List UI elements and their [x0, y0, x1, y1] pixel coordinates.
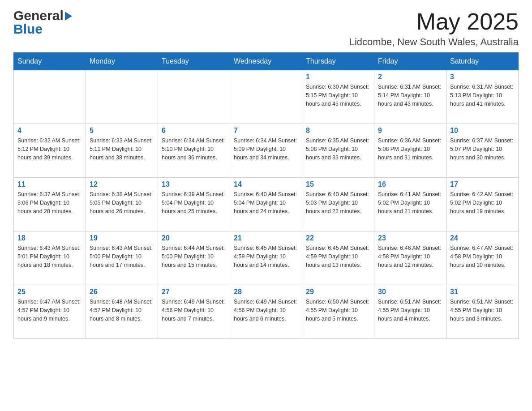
day-number: 13: [162, 180, 226, 188]
day-info: Sunrise: 6:41 AM Sunset: 5:02 PM Dayligh…: [378, 190, 442, 215]
calendar-cell: 18Sunrise: 6:43 AM Sunset: 5:01 PM Dayli…: [14, 231, 86, 285]
day-info: Sunrise: 6:42 AM Sunset: 5:02 PM Dayligh…: [450, 190, 515, 215]
day-number: 20: [162, 234, 226, 242]
calendar-cell: 8Sunrise: 6:35 AM Sunset: 5:08 PM Daylig…: [302, 124, 374, 178]
calendar-cell: 25Sunrise: 6:47 AM Sunset: 4:57 PM Dayli…: [14, 285, 86, 339]
day-info: Sunrise: 6:34 AM Sunset: 5:09 PM Dayligh…: [234, 137, 298, 162]
day-info: Sunrise: 6:50 AM Sunset: 4:55 PM Dayligh…: [306, 298, 370, 323]
day-info: Sunrise: 6:36 AM Sunset: 5:08 PM Dayligh…: [378, 137, 442, 162]
day-info: Sunrise: 6:33 AM Sunset: 5:11 PM Dayligh…: [90, 137, 154, 162]
day-number: 3: [450, 73, 515, 81]
calendar-weekday-header: Friday: [374, 53, 446, 70]
calendar-cell: 16Sunrise: 6:41 AM Sunset: 5:02 PM Dayli…: [374, 178, 446, 231]
day-number: 19: [90, 234, 154, 242]
calendar-week-row: 11Sunrise: 6:37 AM Sunset: 5:06 PM Dayli…: [14, 178, 519, 231]
calendar-weekday-header: Monday: [86, 53, 158, 70]
day-number: 25: [17, 288, 82, 296]
calendar-header-row: SundayMondayTuesdayWednesdayThursdayFrid…: [14, 53, 519, 70]
logo-blue-text: Blue: [13, 21, 43, 36]
day-info: Sunrise: 6:51 AM Sunset: 4:55 PM Dayligh…: [450, 298, 515, 323]
calendar-cell: 31Sunrise: 6:51 AM Sunset: 4:55 PM Dayli…: [446, 285, 519, 339]
logo-general-text: General: [13, 9, 64, 22]
calendar-cell: 21Sunrise: 6:45 AM Sunset: 4:59 PM Dayli…: [230, 231, 302, 285]
day-number: 28: [234, 288, 298, 296]
calendar-cell: 2Sunrise: 6:31 AM Sunset: 5:14 PM Daylig…: [374, 70, 446, 124]
calendar-cell: 7Sunrise: 6:34 AM Sunset: 5:09 PM Daylig…: [230, 124, 302, 178]
location-title: Lidcombe, New South Wales, Australia: [349, 36, 519, 48]
day-info: Sunrise: 6:40 AM Sunset: 5:03 PM Dayligh…: [306, 190, 370, 215]
day-number: 29: [306, 288, 370, 296]
day-number: 31: [450, 288, 515, 296]
day-info: Sunrise: 6:47 AM Sunset: 4:58 PM Dayligh…: [450, 244, 515, 269]
calendar-cell: 3Sunrise: 6:31 AM Sunset: 5:13 PM Daylig…: [446, 70, 519, 124]
day-number: 12: [90, 180, 154, 188]
title-area: May 2025 Lidcombe, New South Wales, Aust…: [349, 9, 519, 48]
day-number: 2: [378, 73, 442, 81]
day-number: 24: [450, 234, 515, 242]
calendar-weekday-header: Thursday: [302, 53, 374, 70]
day-number: 9: [378, 127, 442, 135]
calendar-weekday-header: Saturday: [446, 53, 519, 70]
day-info: Sunrise: 6:30 AM Sunset: 5:15 PM Dayligh…: [306, 83, 370, 108]
calendar-cell: 20Sunrise: 6:44 AM Sunset: 5:00 PM Dayli…: [158, 231, 230, 285]
day-info: Sunrise: 6:45 AM Sunset: 4:59 PM Dayligh…: [306, 244, 370, 269]
day-number: 17: [450, 180, 515, 188]
day-info: Sunrise: 6:37 AM Sunset: 5:07 PM Dayligh…: [450, 137, 515, 162]
calendar-cell: 14Sunrise: 6:40 AM Sunset: 5:04 PM Dayli…: [230, 178, 302, 231]
calendar-cell: 28Sunrise: 6:49 AM Sunset: 4:56 PM Dayli…: [230, 285, 302, 339]
calendar-weekday-header: Sunday: [14, 53, 86, 70]
calendar-cell: [158, 70, 230, 124]
calendar-week-row: 25Sunrise: 6:47 AM Sunset: 4:57 PM Dayli…: [14, 285, 519, 339]
day-number: 1: [306, 73, 370, 81]
day-info: Sunrise: 6:43 AM Sunset: 5:01 PM Dayligh…: [17, 244, 82, 269]
calendar-cell: 15Sunrise: 6:40 AM Sunset: 5:03 PM Dayli…: [302, 178, 374, 231]
day-info: Sunrise: 6:43 AM Sunset: 5:00 PM Dayligh…: [90, 244, 154, 269]
calendar-cell: 10Sunrise: 6:37 AM Sunset: 5:07 PM Dayli…: [446, 124, 519, 178]
day-number: 26: [90, 288, 154, 296]
month-title: May 2025: [349, 9, 519, 34]
calendar-cell: [230, 70, 302, 124]
day-number: 16: [378, 180, 442, 188]
day-info: Sunrise: 6:31 AM Sunset: 5:14 PM Dayligh…: [378, 83, 442, 108]
day-number: 10: [450, 127, 515, 135]
calendar-cell: [86, 70, 158, 124]
calendar-cell: 12Sunrise: 6:38 AM Sunset: 5:05 PM Dayli…: [86, 178, 158, 231]
day-info: Sunrise: 6:40 AM Sunset: 5:04 PM Dayligh…: [234, 190, 298, 215]
day-info: Sunrise: 6:34 AM Sunset: 5:10 PM Dayligh…: [162, 137, 226, 162]
page-header: General Blue May 2025 Lidcombe, New Sout…: [13, 9, 519, 48]
calendar-cell: [14, 70, 86, 124]
day-number: 5: [90, 127, 154, 135]
day-number: 18: [17, 234, 82, 242]
calendar-cell: 1Sunrise: 6:30 AM Sunset: 5:15 PM Daylig…: [302, 70, 374, 124]
calendar-cell: 9Sunrise: 6:36 AM Sunset: 5:08 PM Daylig…: [374, 124, 446, 178]
day-number: 22: [306, 234, 370, 242]
day-number: 23: [378, 234, 442, 242]
day-number: 6: [162, 127, 226, 135]
calendar-week-row: 4Sunrise: 6:32 AM Sunset: 5:12 PM Daylig…: [14, 124, 519, 178]
day-info: Sunrise: 6:47 AM Sunset: 4:57 PM Dayligh…: [17, 298, 82, 323]
day-info: Sunrise: 6:46 AM Sunset: 4:58 PM Dayligh…: [378, 244, 442, 269]
day-number: 7: [234, 127, 298, 135]
calendar-cell: 27Sunrise: 6:49 AM Sunset: 4:56 PM Dayli…: [158, 285, 230, 339]
calendar-cell: 26Sunrise: 6:48 AM Sunset: 4:57 PM Dayli…: [86, 285, 158, 339]
calendar-cell: 6Sunrise: 6:34 AM Sunset: 5:10 PM Daylig…: [158, 124, 230, 178]
day-info: Sunrise: 6:35 AM Sunset: 5:08 PM Dayligh…: [306, 137, 370, 162]
calendar-cell: 22Sunrise: 6:45 AM Sunset: 4:59 PM Dayli…: [302, 231, 374, 285]
day-number: 30: [378, 288, 442, 296]
calendar-cell: 17Sunrise: 6:42 AM Sunset: 5:02 PM Dayli…: [446, 178, 519, 231]
calendar-cell: 30Sunrise: 6:51 AM Sunset: 4:55 PM Dayli…: [374, 285, 446, 339]
day-info: Sunrise: 6:48 AM Sunset: 4:57 PM Dayligh…: [90, 298, 154, 323]
logo-arrow-icon: [65, 12, 72, 21]
day-number: 27: [162, 288, 226, 296]
day-number: 11: [17, 180, 82, 188]
calendar-week-row: 1Sunrise: 6:30 AM Sunset: 5:15 PM Daylig…: [14, 70, 519, 124]
calendar-weekday-header: Tuesday: [158, 53, 230, 70]
day-number: 4: [17, 127, 82, 135]
day-info: Sunrise: 6:45 AM Sunset: 4:59 PM Dayligh…: [234, 244, 298, 269]
day-number: 8: [306, 127, 370, 135]
calendar-cell: 24Sunrise: 6:47 AM Sunset: 4:58 PM Dayli…: [446, 231, 519, 285]
day-info: Sunrise: 6:38 AM Sunset: 5:05 PM Dayligh…: [90, 190, 154, 215]
day-info: Sunrise: 6:49 AM Sunset: 4:56 PM Dayligh…: [162, 298, 226, 323]
logo: General Blue: [13, 9, 72, 36]
day-number: 21: [234, 234, 298, 242]
